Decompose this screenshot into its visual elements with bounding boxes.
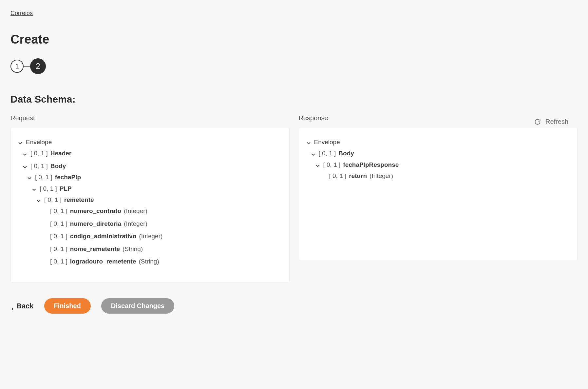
discard-changes-button[interactable]: Discard Changes	[101, 298, 174, 314]
tree-node-envelope[interactable]: Envelope	[17, 137, 283, 147]
tree-node-fechaplp[interactable]: [ 0, 1 ] fechaPlp	[27, 172, 283, 182]
tree-node-fechaplpresponse[interactable]: [ 0, 1 ] fechaPlpResponse	[315, 160, 571, 170]
chevron-down-icon	[315, 162, 321, 168]
cardinality: [ 0, 1 ]	[50, 206, 67, 216]
cardinality: [ 0, 1 ]	[50, 231, 67, 241]
tree-node-name: numero_diretoria	[70, 219, 121, 229]
tree-node-type: (Integer)	[139, 231, 163, 241]
chevron-down-icon	[31, 186, 37, 192]
back-button[interactable]: Back	[10, 302, 34, 310]
cardinality: [ 0, 1 ]	[35, 172, 52, 182]
stepper: 1 2	[10, 58, 578, 74]
tree-node-body[interactable]: [ 0, 1 ] Body	[310, 148, 571, 158]
cardinality: [ 0, 1 ]	[50, 219, 67, 229]
cardinality: [ 0, 1 ]	[50, 257, 67, 266]
response-panel: Envelope [ 0, 1 ] Body	[299, 128, 578, 260]
tree-leaf[interactable]: [ 0, 1 ]nome_remetente(String)	[40, 244, 283, 254]
tree-node-header[interactable]: [ 0, 1 ] Header	[22, 148, 283, 158]
cardinality: [ 0, 1 ]	[44, 195, 62, 205]
tree-node-type: (String)	[139, 257, 159, 266]
chevron-down-icon	[306, 139, 312, 145]
chevron-down-icon	[27, 174, 32, 180]
cardinality: [ 0, 1 ]	[30, 148, 48, 158]
tree-node-label: Envelope	[26, 137, 52, 147]
finished-button[interactable]: Finished	[44, 298, 91, 314]
chevron-down-icon	[22, 151, 28, 157]
chevron-down-icon	[17, 139, 23, 145]
tree-node-envelope[interactable]: Envelope	[306, 137, 571, 147]
tree-node-name: numero_contrato	[70, 206, 121, 216]
tree-node-type: (String)	[123, 244, 143, 254]
tree-node-name: logradouro_remetente	[70, 257, 136, 266]
tree-node-remetente[interactable]: [ 0, 1 ] remetente	[36, 195, 283, 205]
cardinality: [ 0, 1 ]	[323, 160, 341, 170]
breadcrumb-link[interactable]: Correios	[10, 10, 33, 17]
tree-node-plp[interactable]: [ 0, 1 ] PLP	[31, 184, 283, 194]
tree-node-name: PLP	[60, 184, 72, 194]
chevron-down-icon	[22, 163, 28, 169]
tree-node-type: (Integer)	[124, 219, 147, 229]
step-connector	[24, 66, 30, 67]
back-label: Back	[16, 302, 34, 310]
tree-leaf[interactable]: [ 0, 1 ]logradouro_remetente(String)	[40, 257, 283, 266]
chevron-left-icon	[10, 304, 14, 308]
tree-node-label: Envelope	[314, 137, 340, 147]
step-2[interactable]: 2	[30, 58, 46, 74]
request-column-label: Request	[10, 114, 290, 122]
tree-node-name: fechaPlp	[55, 172, 81, 182]
tree-node-name: return	[349, 171, 367, 181]
cardinality: [ 0, 1 ]	[319, 148, 336, 158]
tree-leaf[interactable]: [ 0, 1 ]codigo_administrativo(Integer)	[40, 231, 283, 241]
chevron-down-icon	[310, 151, 316, 157]
tree-node-name: Body	[50, 161, 66, 171]
tree-node-type: (Integer)	[124, 206, 147, 216]
cardinality: [ 0, 1 ]	[50, 244, 67, 254]
tree-node-name: fechaPlpResponse	[343, 160, 399, 170]
cardinality: [ 0, 1 ]	[329, 171, 347, 181]
tree-node-name: remetente	[64, 195, 94, 205]
tree-node-name: codigo_administrativo	[70, 231, 137, 241]
cardinality: [ 0, 1 ]	[30, 161, 48, 171]
tree-node-name: nome_remetente	[70, 244, 120, 254]
request-panel: Envelope [ 0, 1 ] Header	[10, 128, 290, 282]
section-title: Data Schema:	[10, 94, 578, 105]
page-title: Create	[10, 32, 578, 47]
tree-node-type: (Integer)	[370, 171, 393, 181]
step-1[interactable]: 1	[10, 60, 24, 73]
response-column-label: Response	[299, 114, 578, 122]
tree-node-name: Header	[50, 148, 71, 158]
tree-leaf-return[interactable]: [ 0, 1 ] return (Integer)	[319, 171, 571, 181]
chevron-down-icon	[36, 197, 42, 203]
cardinality: [ 0, 1 ]	[40, 184, 57, 194]
tree-leaf[interactable]: [ 0, 1 ]numero_diretoria(Integer)	[40, 219, 283, 229]
tree-node-name: Body	[338, 148, 354, 158]
tree-node-body[interactable]: [ 0, 1 ] Body	[22, 161, 283, 171]
tree-leaf[interactable]: [ 0, 1 ]numero_contrato(Integer)	[40, 206, 283, 216]
